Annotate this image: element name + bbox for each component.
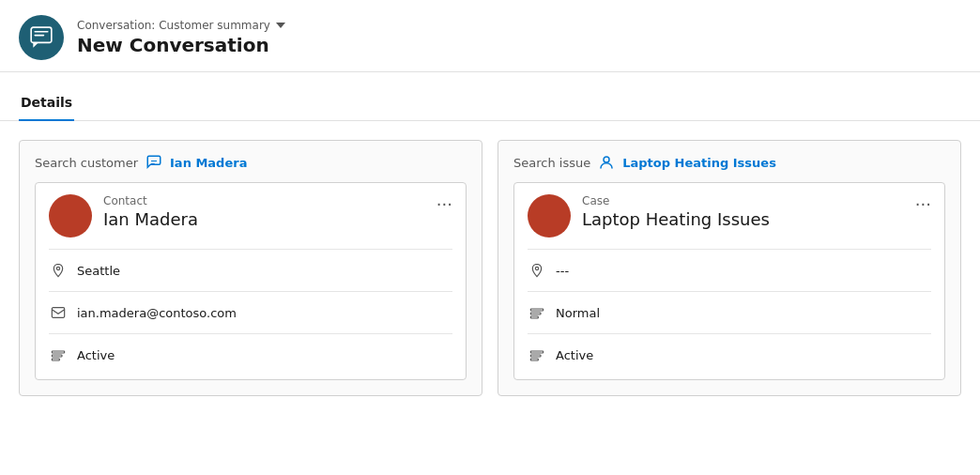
svg-rect-13 [530,351,543,353]
issue-location-icon [528,263,546,278]
issue-card-name: Laptop Heating Issues [582,209,904,229]
issue-search-icon[interactable] [598,154,615,171]
issue-card-header: Case Laptop Heating Issues ··· [528,194,931,238]
svg-rect-1 [34,31,48,33]
issue-divider-2 [528,291,931,292]
issue-search-row: Search issue Laptop Heating Issues [513,154,945,171]
customer-card-header: Contact Ian Madera ··· [49,194,452,238]
issue-card-info: Case Laptop Heating Issues [582,194,904,229]
customer-status-value: Active [77,348,115,362]
svg-rect-15 [530,359,538,360]
issue-divider-1 [528,249,931,250]
svg-point-9 [535,267,538,269]
issue-priority-row: Normal [528,299,931,326]
status-icon [49,347,68,362]
svg-point-8 [604,157,609,162]
app-icon [19,15,64,60]
priority-icon [528,305,546,320]
customer-card-name: Ian Madera [103,209,425,229]
header-subtitle-text: Conversation: Customer summary [77,19,270,32]
svg-rect-7 [52,359,59,360]
header-subtitle[interactable]: Conversation: Customer summary [77,19,285,32]
card-divider-2 [49,291,452,292]
customer-card-more-button[interactable]: ··· [436,196,452,213]
issue-card-type: Case [582,194,904,207]
svg-rect-10 [530,309,543,311]
issue-status-value: Active [556,348,593,362]
issue-search-value[interactable]: Laptop Heating Issues [622,156,776,170]
customer-panel: Search customer Ian Madera Contact Ian M… [19,140,482,396]
issue-status-row: Active [528,342,931,368]
app-header: Conversation: Customer summary New Conve… [0,0,980,72]
svg-rect-6 [52,355,62,357]
svg-rect-11 [530,313,541,314]
tab-details[interactable]: Details [19,87,74,121]
customer-card: Contact Ian Madera ··· Seattle [35,182,467,380]
svg-rect-5 [52,351,64,353]
customer-search-row: Search customer Ian Madera [35,154,467,171]
issue-panel: Search issue Laptop Heating Issues Case … [498,140,961,396]
customer-search-icon[interactable] [145,154,162,171]
customer-email-value: ian.madera@contoso.com [77,306,237,320]
issue-card: Case Laptop Heating Issues ··· --- [513,182,945,380]
customer-location-value: Seattle [77,264,120,278]
issue-field-row-1: --- [528,257,931,283]
main-content: Search customer Ian Madera Contact Ian M… [0,121,980,415]
customer-card-info: Contact Ian Madera [103,194,425,229]
email-icon [49,305,68,320]
svg-rect-12 [530,316,538,318]
issue-priority-value: Normal [556,306,600,320]
issue-field-value-1: --- [556,264,569,278]
conversation-icon [29,25,54,50]
card-divider-3 [49,333,452,334]
customer-card-type: Contact [103,194,425,207]
issue-card-more-button[interactable]: ··· [915,196,931,213]
header-title: New Conversation [77,34,285,56]
issue-avatar [528,194,571,238]
tabs-bar: Details [0,87,980,121]
issue-divider-3 [528,333,931,334]
customer-status-row: Active [49,342,452,368]
svg-rect-2 [34,35,44,37]
issue-status-icon [528,347,546,362]
header-text: Conversation: Customer summary New Conve… [77,19,285,56]
card-divider-1 [49,249,452,250]
svg-point-3 [56,267,59,269]
issue-search-label: Search issue [513,156,590,170]
chevron-down-icon[interactable] [276,23,285,28]
customer-search-value[interactable]: Ian Madera [170,156,247,170]
svg-rect-14 [530,355,541,357]
location-icon [49,263,68,278]
customer-search-label: Search customer [35,156,138,170]
customer-location-row: Seattle [49,257,452,283]
svg-rect-4 [52,308,64,318]
customer-avatar [49,194,92,238]
customer-email-row: ian.madera@contoso.com [49,299,452,326]
